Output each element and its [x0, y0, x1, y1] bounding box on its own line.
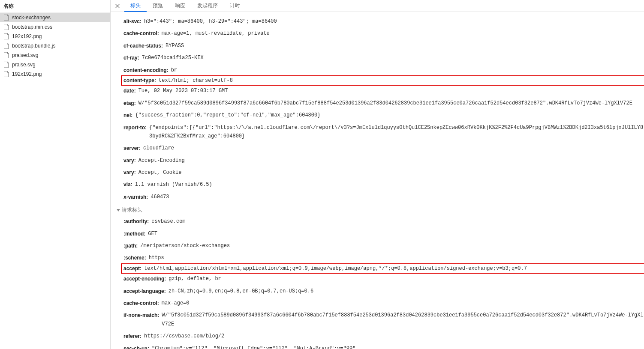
tabs: 标头预览响应发起程序计时	[124, 0, 246, 12]
header-row: server:cloudflare	[123, 142, 644, 154]
file-icon	[3, 52, 9, 58]
header-value: text/html; charset=utf-8	[159, 76, 233, 85]
header-name: content-type:	[123, 76, 156, 85]
header-value: cloudflare	[143, 144, 174, 152]
header-value: GET	[148, 230, 157, 238]
tab[interactable]: 标头	[124, 0, 147, 12]
tab[interactable]: 计时	[224, 0, 246, 12]
header-value: {"endpoints":[{"url":"https:\/\/a.nel.cl…	[149, 123, 644, 141]
header-value: {"success_fraction":0,"report_to":"cf-ne…	[135, 111, 320, 119]
header-row: content-encoding:br	[123, 64, 644, 76]
response-headers-block: alt-svc:h3=":443"; ma=86400, h3-29=":443…	[117, 15, 644, 203]
header-value: https://csvbase.com/blog/2	[144, 332, 224, 340]
header-row: content-type:text/html; charset=utf-8	[121, 75, 644, 86]
header-name: cache-control:	[123, 299, 159, 307]
file-item-label: 192x192.png	[12, 33, 42, 39]
header-row: accept-encoding:gzip, deflate, br	[123, 273, 644, 285]
header-name: vary:	[123, 168, 136, 177]
file-icon	[3, 43, 9, 49]
request-headers-section-title[interactable]: 请求标头	[117, 203, 644, 215]
header-name: alt-svc:	[123, 17, 141, 26]
header-value: https	[149, 254, 164, 262]
file-item-label: bootstrap.bundle.js	[12, 43, 55, 49]
close-icon[interactable]	[112, 1, 123, 11]
header-row: :authority:csvbase.com	[123, 215, 644, 227]
sidebar-header: 名称	[0, 0, 110, 13]
header-name: :scheme:	[123, 254, 146, 262]
header-name: cache-control:	[123, 29, 159, 38]
request-headers-label: 请求标头	[122, 206, 142, 214]
header-value: 460473	[150, 193, 169, 201]
file-item[interactable]: 192x192.png	[0, 32, 110, 41]
header-row: via:1.1 varnish (Varnish/6.5)	[123, 179, 644, 191]
header-row: alt-svc:h3=":443"; ma=86400, h3-29=":443…	[123, 15, 644, 27]
header-row: referer:https://csvbase.com/blog/2	[123, 330, 644, 342]
header-value: W/"5f3c051d327f59ca589d0896f34993f87a6c6…	[162, 311, 644, 328]
triangle-down-icon	[117, 209, 120, 212]
file-item[interactable]: bootstrap.bundle.js	[0, 41, 110, 51]
header-value: Tue, 02 May 2023 07:03:17 GMT	[138, 87, 228, 95]
header-value: BYPASS	[166, 42, 184, 50]
tabbar: 标头预览响应发起程序计时	[111, 0, 644, 12]
header-value: csvbase.com	[151, 217, 185, 226]
header-value: text/html,application/xhtml+xml,applicat…	[144, 264, 527, 273]
header-value: h3=":443"; ma=86400, h3-29=":443"; ma=86…	[144, 17, 277, 26]
header-value: max-age=0	[162, 299, 190, 307]
header-name: etag:	[123, 99, 136, 107]
file-item[interactable]: 192x192.png	[0, 69, 110, 79]
file-list[interactable]: stock-exchangesbootstrap.min.css192x192.…	[0, 13, 110, 349]
header-row: x-varnish:460473	[123, 191, 644, 203]
header-name: if-none-match:	[123, 311, 159, 319]
header-row: cf-cache-status:BYPASS	[123, 40, 644, 52]
header-value: "Chromium";v="112", "Microsoft Edge";v="…	[152, 344, 355, 349]
header-value: gzip, deflate, br	[169, 274, 221, 283]
file-item[interactable]: stock-exchanges	[0, 13, 110, 22]
network-sidebar: 名称 stock-exchangesbootstrap.min.css192x1…	[0, 0, 111, 349]
request-headers-block: :authority:csvbase.com:method:GET:path:/…	[117, 215, 644, 349]
header-value: zh-CN,zh;q=0.9,en;q=0.8,en-GB;q=0.7,en-U…	[169, 287, 313, 295]
header-name: x-varnish:	[123, 193, 148, 201]
file-item-label: stock-exchanges	[12, 15, 51, 21]
header-row: accept:text/html,application/xhtml+xml,a…	[121, 263, 644, 274]
header-value: W/"5f3c051d327f59ca589d0896f34993f87a6c6…	[138, 99, 632, 107]
header-value: max-age=1, must-revalidate, private	[162, 29, 270, 38]
headers-content[interactable]: alt-svc:h3=":443"; ma=86400, h3-29=":443…	[111, 12, 644, 349]
header-row: accept-language:zh-CN,zh;q=0.9,en;q=0.8,…	[123, 285, 644, 297]
header-row: if-none-match:W/"5f3c051d327f59ca589d089…	[123, 309, 644, 330]
header-name: cf-cache-status:	[123, 42, 163, 50]
tab[interactable]: 预览	[147, 0, 169, 12]
file-icon	[3, 33, 9, 39]
header-name: :authority:	[123, 217, 149, 226]
header-row: nel:{"success_fraction":0,"report_to":"c…	[123, 109, 644, 121]
file-item[interactable]: bootstrap.min.css	[0, 22, 110, 32]
header-name: nel:	[123, 111, 132, 119]
file-item-label: praised.svg	[12, 52, 38, 58]
header-value: /meripaterson/stock-exchanges	[140, 242, 230, 250]
file-item-label: 192x192.png	[12, 71, 42, 77]
header-name: :method:	[123, 230, 145, 238]
header-name: date:	[123, 87, 136, 95]
header-row: sec-ch-ua:"Chromium";v="112", "Microsoft…	[123, 343, 644, 349]
tab[interactable]: 发起程序	[191, 0, 224, 12]
header-name: accept-language:	[123, 287, 166, 295]
header-value: 1.1 varnish (Varnish/6.5)	[135, 180, 212, 189]
header-row: cache-control:max-age=1, must-revalidate…	[123, 27, 644, 39]
tab[interactable]: 响应	[169, 0, 191, 12]
main-panel: 标头预览响应发起程序计时 alt-svc:h3=":443"; ma=86400…	[111, 0, 644, 349]
header-value: 7c0e674bca1f1a25-KIX	[142, 54, 204, 62]
header-name: accept:	[123, 264, 141, 273]
file-item[interactable]: praised.svg	[0, 51, 110, 60]
header-name: :path:	[123, 242, 138, 250]
header-name: report-to:	[123, 123, 147, 132]
header-row: :method:GET	[123, 228, 644, 240]
header-row: date:Tue, 02 May 2023 07:03:17 GMT	[123, 85, 644, 97]
file-icon	[3, 62, 9, 68]
header-row: :scheme:https	[123, 252, 644, 264]
header-name: accept-encoding:	[123, 274, 166, 283]
header-row: vary:Accept, Cookie	[123, 167, 644, 179]
header-row: vary:Accept-Encoding	[123, 155, 644, 167]
file-item[interactable]: praise.svg	[0, 60, 110, 69]
header-name: content-encoding:	[123, 66, 169, 75]
header-row: cf-ray:7c0e674bca1f1a25-KIX	[123, 52, 644, 64]
header-name: cf-ray:	[123, 54, 139, 62]
